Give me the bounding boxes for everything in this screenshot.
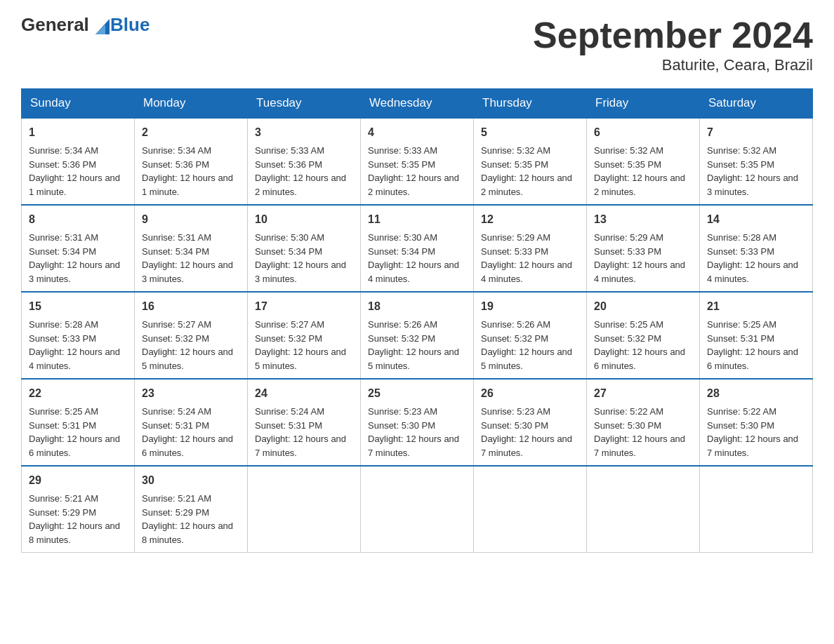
calendar-cell: 11 Sunrise: 5:30 AM Sunset: 5:34 PM Dayl… <box>361 205 474 292</box>
sunrise-label: Sunrise: 5:26 AM <box>368 319 437 330</box>
calendar-cell: 2 Sunrise: 5:34 AM Sunset: 5:36 PM Dayli… <box>135 118 248 205</box>
day-number: 17 <box>255 298 353 315</box>
sunset-label: Sunset: 5:31 PM <box>142 420 209 431</box>
calendar-cell <box>474 466 587 553</box>
sunrise-label: Sunrise: 5:33 AM <box>368 145 437 156</box>
calendar-cell: 27 Sunrise: 5:22 AM Sunset: 5:30 PM Dayl… <box>587 379 700 466</box>
day-number: 2 <box>142 124 240 141</box>
day-number: 16 <box>142 298 240 315</box>
sunset-label: Sunset: 5:35 PM <box>368 159 435 170</box>
day-number: 11 <box>368 211 466 228</box>
calendar-cell: 8 Sunrise: 5:31 AM Sunset: 5:34 PM Dayli… <box>22 205 135 292</box>
sunset-label: Sunset: 5:33 PM <box>481 246 548 257</box>
daylight-label: Daylight: 12 hours and 6 minutes. <box>707 347 798 371</box>
sunset-label: Sunset: 5:32 PM <box>481 333 548 344</box>
sunrise-label: Sunrise: 5:24 AM <box>255 406 324 417</box>
day-number: 4 <box>368 124 466 141</box>
week-row-5: 29 Sunrise: 5:21 AM Sunset: 5:29 PM Dayl… <box>22 466 813 553</box>
sunset-label: Sunset: 5:33 PM <box>594 246 661 257</box>
calendar-cell: 22 Sunrise: 5:25 AM Sunset: 5:31 PM Dayl… <box>22 379 135 466</box>
sunrise-label: Sunrise: 5:25 AM <box>707 319 776 330</box>
week-row-2: 8 Sunrise: 5:31 AM Sunset: 5:34 PM Dayli… <box>22 205 813 292</box>
sunset-label: Sunset: 5:30 PM <box>481 420 548 431</box>
daylight-label: Daylight: 12 hours and 7 minutes. <box>594 434 685 458</box>
sunrise-label: Sunrise: 5:25 AM <box>29 406 98 417</box>
day-number: 25 <box>368 385 466 402</box>
daylight-label: Daylight: 12 hours and 5 minutes. <box>255 347 346 371</box>
day-number: 30 <box>142 472 240 489</box>
calendar-cell: 19 Sunrise: 5:26 AM Sunset: 5:32 PM Dayl… <box>474 292 587 379</box>
header-monday: Monday <box>135 89 248 119</box>
calendar-cell: 28 Sunrise: 5:22 AM Sunset: 5:30 PM Dayl… <box>700 379 813 466</box>
calendar-cell: 6 Sunrise: 5:32 AM Sunset: 5:35 PM Dayli… <box>587 118 700 205</box>
daylight-label: Daylight: 12 hours and 3 minutes. <box>142 260 233 284</box>
sunrise-label: Sunrise: 5:27 AM <box>255 319 324 330</box>
calendar-cell <box>587 466 700 553</box>
daylight-label: Daylight: 12 hours and 5 minutes. <box>142 347 233 371</box>
daylight-label: Daylight: 12 hours and 4 minutes. <box>481 260 572 284</box>
sunrise-label: Sunrise: 5:32 AM <box>481 145 550 156</box>
daylight-label: Daylight: 12 hours and 6 minutes. <box>142 434 233 458</box>
sunrise-label: Sunrise: 5:28 AM <box>29 319 98 330</box>
calendar-cell: 12 Sunrise: 5:29 AM Sunset: 5:33 PM Dayl… <box>474 205 587 292</box>
sunrise-label: Sunrise: 5:31 AM <box>142 232 211 243</box>
day-number: 23 <box>142 385 240 402</box>
sunset-label: Sunset: 5:30 PM <box>707 420 774 431</box>
header-thursday: Thursday <box>474 89 587 119</box>
sunset-label: Sunset: 5:34 PM <box>142 246 209 257</box>
sunrise-label: Sunrise: 5:33 AM <box>255 145 324 156</box>
sunrise-label: Sunrise: 5:28 AM <box>707 232 776 243</box>
sunset-label: Sunset: 5:32 PM <box>142 333 209 344</box>
sunrise-label: Sunrise: 5:22 AM <box>594 406 663 417</box>
calendar-cell: 30 Sunrise: 5:21 AM Sunset: 5:29 PM Dayl… <box>135 466 248 553</box>
calendar-cell: 23 Sunrise: 5:24 AM Sunset: 5:31 PM Dayl… <box>135 379 248 466</box>
day-number: 3 <box>255 124 353 141</box>
daylight-label: Daylight: 12 hours and 3 minutes. <box>255 260 346 284</box>
header-sunday: Sunday <box>22 89 135 119</box>
sunset-label: Sunset: 5:33 PM <box>29 333 96 344</box>
daylight-label: Daylight: 12 hours and 3 minutes. <box>29 260 120 284</box>
sunset-label: Sunset: 5:32 PM <box>594 333 661 344</box>
logo-blue-part: Blue <box>89 14 150 35</box>
day-number: 12 <box>481 211 579 228</box>
daylight-label: Daylight: 12 hours and 8 minutes. <box>142 521 233 545</box>
logo-text: General Blue <box>21 14 150 36</box>
week-row-1: 1 Sunrise: 5:34 AM Sunset: 5:36 PM Dayli… <box>22 118 813 205</box>
sunrise-label: Sunrise: 5:32 AM <box>594 145 663 156</box>
day-number: 1 <box>29 124 127 141</box>
day-number: 27 <box>594 385 692 402</box>
daylight-label: Daylight: 12 hours and 4 minutes. <box>594 260 685 284</box>
calendar-cell <box>700 466 813 553</box>
sunrise-label: Sunrise: 5:26 AM <box>481 319 550 330</box>
daylight-label: Daylight: 12 hours and 2 minutes. <box>368 173 459 197</box>
sunrise-label: Sunrise: 5:32 AM <box>707 145 776 156</box>
weekday-header-row: Sunday Monday Tuesday Wednesday Thursday… <box>22 89 813 119</box>
calendar-cell: 7 Sunrise: 5:32 AM Sunset: 5:35 PM Dayli… <box>700 118 813 205</box>
calendar-cell: 10 Sunrise: 5:30 AM Sunset: 5:34 PM Dayl… <box>248 205 361 292</box>
calendar-cell: 26 Sunrise: 5:23 AM Sunset: 5:30 PM Dayl… <box>474 379 587 466</box>
header-tuesday: Tuesday <box>248 89 361 119</box>
sunrise-label: Sunrise: 5:34 AM <box>142 145 211 156</box>
calendar-cell: 16 Sunrise: 5:27 AM Sunset: 5:32 PM Dayl… <box>135 292 248 379</box>
calendar-cell: 17 Sunrise: 5:27 AM Sunset: 5:32 PM Dayl… <box>248 292 361 379</box>
sunrise-label: Sunrise: 5:24 AM <box>142 406 211 417</box>
day-number: 10 <box>255 211 353 228</box>
day-number: 22 <box>29 385 127 402</box>
sunrise-label: Sunrise: 5:29 AM <box>594 232 663 243</box>
sunset-label: Sunset: 5:29 PM <box>29 507 96 518</box>
daylight-label: Daylight: 12 hours and 3 minutes. <box>707 173 798 197</box>
sunset-label: Sunset: 5:36 PM <box>29 159 96 170</box>
day-number: 21 <box>707 298 805 315</box>
sunrise-label: Sunrise: 5:27 AM <box>142 319 211 330</box>
header-wednesday: Wednesday <box>361 89 474 119</box>
sunrise-label: Sunrise: 5:23 AM <box>481 406 550 417</box>
day-number: 13 <box>594 211 692 228</box>
sunrise-label: Sunrise: 5:34 AM <box>29 145 98 156</box>
calendar-cell <box>248 466 361 553</box>
calendar-cell: 21 Sunrise: 5:25 AM Sunset: 5:31 PM Dayl… <box>700 292 813 379</box>
calendar-cell: 5 Sunrise: 5:32 AM Sunset: 5:35 PM Dayli… <box>474 118 587 205</box>
sunrise-label: Sunrise: 5:23 AM <box>368 406 437 417</box>
daylight-label: Daylight: 12 hours and 6 minutes. <box>594 347 685 371</box>
calendar-cell: 15 Sunrise: 5:28 AM Sunset: 5:33 PM Dayl… <box>22 292 135 379</box>
calendar-table: Sunday Monday Tuesday Wednesday Thursday… <box>21 88 813 553</box>
